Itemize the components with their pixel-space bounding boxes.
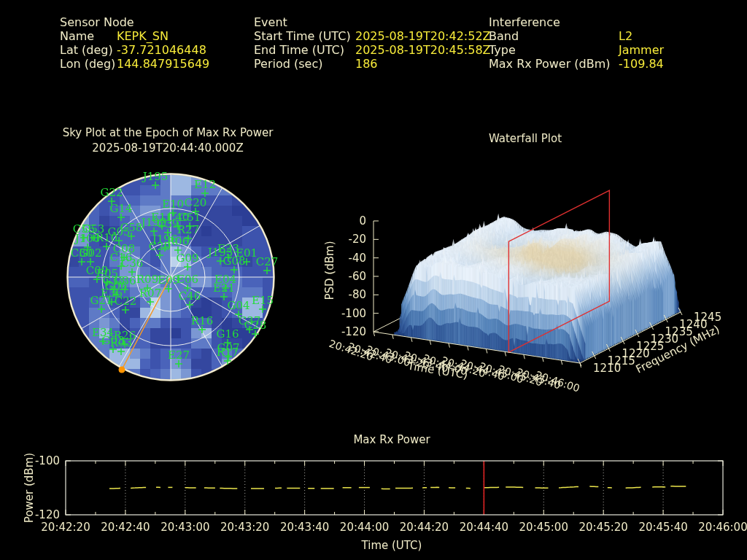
y-tick-label: -100 [15, 454, 60, 467]
power-series-line [626, 487, 641, 488]
sky-heatmap-tile [222, 318, 232, 328]
field-label: Period (sec) [254, 57, 355, 71]
sky-heatmap-tile [201, 267, 212, 277]
satellite-label: C58 [120, 221, 143, 234]
satellite-label: E15 [252, 294, 274, 307]
sky-heatmap-tile [242, 277, 252, 287]
waterfall-title: Waterfall Plot [452, 132, 598, 145]
sky-heatmap-tile [212, 206, 222, 216]
panel-title: Event [254, 15, 491, 29]
sky-heatmap-tile [58, 246, 69, 257]
bottom-time-axis-label: Time (UTC) [355, 539, 428, 552]
satellite-label: E12 [194, 178, 216, 191]
satellite-label: C22 [115, 295, 137, 308]
sky-heatmap-tile [150, 349, 160, 359]
satellite-label: G16 [216, 327, 239, 341]
psd-tick-label: -120 [325, 325, 366, 338]
sky-heatmap-tile [150, 318, 160, 328]
sky-heatmap-tile [140, 338, 150, 349]
sky-heatmap-tile [89, 308, 99, 318]
sky-heatmap-tile [120, 308, 130, 318]
satellite-label: E06 [177, 273, 198, 286]
sky-heatmap-tile [242, 236, 252, 246]
x-tick-label: 20:44:00 [334, 521, 395, 534]
sky-heatmap-tile [232, 226, 242, 236]
satellite-label: C27 [256, 255, 279, 268]
sky-heatmap-tile [171, 318, 181, 328]
sky-heatmap-tile [150, 257, 160, 267]
sky-heatmap-tile [222, 216, 232, 226]
satellite-label: R03 [110, 336, 132, 349]
x-tick-label: 20:45:20 [573, 521, 634, 534]
sky-heatmap-tile [191, 359, 201, 369]
sky-heatmap-tile [171, 369, 181, 379]
psd-tick-label: -80 [325, 288, 366, 301]
sky-heatmap-tile [160, 328, 171, 338]
field-value: -37.721046448 [117, 43, 206, 57]
satellite-label: C46 [179, 289, 201, 303]
sky-heatmap-tile [201, 338, 212, 349]
sky-plot-title-line1: Sky Plot at the Epoch of Max Rx Power [29, 125, 306, 141]
sky-heatmap-tile [273, 287, 283, 298]
sky-heatmap-tile [242, 267, 252, 277]
event-panel: Event Start Time (UTC)2025-08-19T20:42:5… [254, 15, 491, 71]
sky-heatmap-tile [232, 185, 242, 195]
power-series-line [559, 487, 578, 488]
satellite-label: G08 [222, 254, 245, 268]
sky-heatmap-tile [232, 216, 242, 226]
sky-heatmap-tile [69, 267, 79, 277]
sky-heatmap-tile [160, 318, 171, 328]
sky-heatmap-tile [181, 338, 191, 349]
sky-heatmap-tile [150, 195, 160, 206]
sky-heatmap-tile [160, 338, 171, 349]
sky-heatmap-tile [58, 287, 69, 298]
sky-heatmap-tile [79, 206, 89, 216]
sky-heatmap-tile [160, 298, 171, 308]
sky-heatmap-tile [263, 267, 273, 277]
sky-heatmap-tile [201, 298, 212, 308]
sky-heatmap-tile [79, 277, 89, 287]
satellite-label: E21 [213, 281, 235, 295]
field-value: 144.847915649 [117, 57, 209, 71]
x-tick-label: 20:42:40 [95, 521, 156, 534]
power-series-line [131, 488, 146, 489]
psd-tick-label: -20 [325, 233, 366, 246]
sky-heatmap-tile [232, 359, 242, 369]
satellite-label: G02 [79, 246, 101, 260]
bearing-point-icon [119, 367, 125, 373]
sky-heatmap-tile [201, 236, 212, 246]
sky-heatmap-tile [181, 328, 191, 338]
sky-heatmap-tile [252, 267, 263, 277]
sky-heatmap-tile [160, 369, 171, 379]
bottom-plot [66, 461, 723, 515]
satellite-label: C39 [157, 217, 179, 230]
sky-heatmap-tile [58, 298, 69, 308]
field-value: Jammer [619, 43, 664, 57]
sky-plot-title-line2: 2025-08-19T20:44:40.000Z [29, 141, 306, 156]
satellite-label: G14 [109, 202, 132, 215]
satellite-label: E27 [168, 349, 190, 362]
sky-heatmap-tile [252, 338, 263, 349]
sky-heatmap-tile [222, 206, 232, 216]
field-value: 2025-08-19T20:42:52Z [355, 29, 491, 43]
sky-heatmap-tile [171, 175, 181, 185]
sky-heatmap-tile [150, 359, 160, 369]
satellite-label: C29 [149, 240, 171, 253]
sky-plot-title: Sky Plot at the Epoch of Max Rx Power 20… [29, 125, 306, 156]
sky-heatmap-tile [120, 318, 130, 328]
psd-tick-label: -40 [325, 252, 366, 265]
panel-title: Interference [489, 15, 664, 29]
panel-title: Sensor Node [60, 15, 209, 29]
satellite-label: J195 [142, 170, 169, 183]
sky-heatmap-tile [222, 226, 232, 236]
x-tick-label: 20:46:00 [692, 521, 747, 534]
satellite-label: C36 [121, 257, 144, 270]
sky-heatmap-tile [181, 379, 191, 389]
x-tick-label: 20:45:00 [513, 521, 574, 534]
sky-heatmap-tile [252, 236, 263, 246]
sky-heatmap-tile [140, 328, 150, 338]
satellite-label: R16 [191, 314, 213, 327]
sky-heatmap-tile [201, 349, 212, 359]
field-label: Start Time (UTC) [254, 29, 355, 43]
sky-heatmap-tile [191, 349, 201, 359]
